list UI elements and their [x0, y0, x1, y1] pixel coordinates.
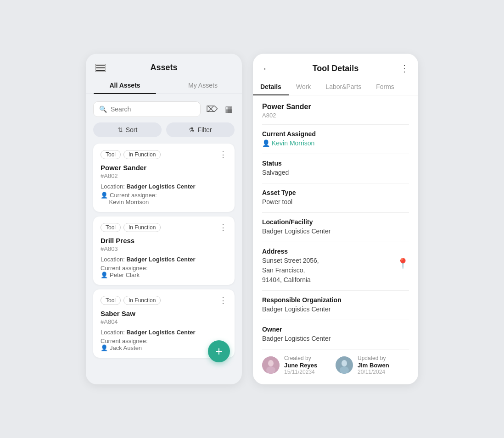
current-assigned-label: Current Assigned — [262, 130, 409, 138]
assets-panel: Assets All Assets My Assets 🔍 ⌦ ▦ ⇅ Sort… — [86, 54, 242, 384]
card-more-0[interactable]: ⋮ — [219, 150, 227, 159]
barcode-icon[interactable]: ⌦ — [204, 102, 219, 116]
tab-work[interactable]: Work — [289, 78, 318, 95]
updated-by-info: Updated by Jim Bowen 20/11/2024 — [358, 355, 389, 375]
asset-id-0: #A802 — [101, 172, 227, 179]
card-more-1[interactable]: ⋮ — [219, 223, 227, 232]
status-field: Status Salvaged — [262, 160, 409, 177]
search-box: 🔍 — [93, 101, 201, 117]
card-more-2[interactable]: ⋮ — [219, 296, 227, 305]
search-input[interactable] — [111, 105, 195, 113]
detail-more-button[interactable]: ⋮ — [400, 63, 409, 74]
badge-tool-1: Tool — [101, 223, 121, 232]
filter-icon: ⚗ — [189, 126, 195, 133]
card-header-2: Tool In Function ⋮ — [101, 296, 227, 305]
avatar-jim — [336, 356, 353, 374]
responsible-org-field: Responsible Organization Badger Logistic… — [262, 296, 409, 314]
badge-function-0: In Function — [123, 150, 161, 159]
card-header-0: Tool In Function ⋮ — [101, 150, 227, 159]
detail-asset-id: A802 — [262, 112, 409, 119]
asset-name-0: Power Sander — [101, 164, 227, 172]
address-label: Address — [262, 248, 409, 255]
add-asset-fab[interactable]: + — [208, 340, 230, 362]
back-button[interactable]: ← — [262, 63, 271, 74]
person-icon-assigned: 👤 — [262, 139, 270, 148]
tab-labor-parts[interactable]: Labor&Parts — [318, 78, 369, 95]
sort-button[interactable]: ⇅ Sort — [93, 122, 162, 137]
asset-assignee-label-2: Current assignee: — [101, 338, 227, 344]
badge-row-2: Tool In Function — [101, 296, 161, 305]
address-row: Sunset Street 2056,San Francisco,91404, … — [262, 256, 409, 285]
asset-card-0[interactable]: Tool In Function ⋮ Power Sander #A802 Lo… — [93, 144, 235, 212]
right-header: ← Tool Details ⋮ — [253, 54, 418, 78]
sort-icon: ⇅ — [118, 126, 123, 133]
responsible-org-value: Badger Logistics Center — [262, 305, 409, 314]
filter-button[interactable]: ⚗ Filter — [166, 122, 235, 137]
tab-forms[interactable]: Forms — [369, 78, 402, 95]
person-icon-0: 👤 — [101, 192, 108, 199]
updated-by-role: Updated by — [358, 355, 389, 361]
detail-panel: ← Tool Details ⋮ Details Work Labor&Part… — [253, 54, 418, 384]
tab-my-assets[interactable]: My Assets — [164, 77, 242, 94]
assets-title: Assets — [150, 63, 177, 72]
badge-tool-0: Tool — [101, 150, 121, 159]
asset-location-2: Location: Badger Logistics Center — [101, 329, 227, 336]
detail-tabs: Details Work Labor&Parts Forms — [253, 78, 418, 95]
asset-location-0: Location: Badger Logistics Center — [101, 183, 227, 190]
asset-assignee-1: 👤 Peter Clark — [101, 272, 227, 278]
owner-label: Owner — [262, 326, 409, 333]
asset-type-field: Asset Type Power tool — [262, 189, 409, 207]
created-by-info: Created by June Reyes 15/11/20234 — [284, 355, 317, 375]
location-field: Location/Facility Badger Logistics Cente… — [262, 218, 409, 236]
menu-icon[interactable] — [95, 64, 106, 72]
filter-row: ⇅ Sort ⚗ Filter — [86, 122, 242, 144]
asset-assignee-0: 👤 Current assignee: — [101, 192, 227, 199]
assets-list: Tool In Function ⋮ Power Sander #A802 Lo… — [86, 144, 242, 358]
qr-icon[interactable]: ▦ — [223, 102, 235, 116]
person-icon-2: 👤 — [101, 344, 108, 351]
sort-label: Sort — [126, 126, 138, 133]
badge-row-1: Tool In Function — [101, 223, 161, 232]
avatar-june — [262, 356, 280, 374]
asset-assignee-name-0: Kevin Morrison — [101, 199, 227, 205]
asset-type-label: Asset Type — [262, 189, 409, 196]
left-header: Assets — [86, 54, 242, 77]
created-by-date: 15/11/20234 — [284, 369, 317, 375]
assets-tabs: All Assets My Assets — [86, 77, 242, 94]
search-icon: 🔍 — [99, 105, 107, 113]
filter-label: Filter — [197, 126, 212, 133]
asset-name-1: Drill Press — [101, 237, 227, 244]
svg-point-4 — [342, 360, 347, 366]
asset-assignee-label-1: Current assignee: — [101, 265, 227, 272]
created-by-block: Created by June Reyes 15/11/20234 — [262, 355, 336, 375]
asset-id-2: #A804 — [101, 318, 227, 325]
svg-point-1 — [268, 360, 274, 366]
search-row: 🔍 ⌦ ▦ — [86, 101, 242, 122]
asset-id-1: #A803 — [101, 245, 227, 252]
svg-point-2 — [266, 366, 275, 374]
owner-field: Owner Badger Logistics Center — [262, 326, 409, 344]
updated-by-date: 20/11/2024 — [358, 369, 389, 375]
badge-row-0: Tool In Function — [101, 150, 161, 159]
created-by-role: Created by — [284, 355, 317, 361]
person-icon-1: 👤 — [101, 272, 108, 278]
tab-details[interactable]: Details — [253, 78, 289, 95]
asset-card-2[interactable]: Tool In Function ⋮ Saber Saw #A804 Locat… — [93, 289, 235, 358]
asset-name-2: Saber Saw — [101, 310, 227, 317]
detail-asset-name: Power Sander — [262, 103, 409, 111]
tab-all-assets[interactable]: All Assets — [86, 77, 164, 94]
asset-card-1[interactable]: Tool In Function ⋮ Drill Press #A803 Loc… — [93, 216, 235, 285]
address-field: Address Sunset Street 2056,San Francisco… — [262, 248, 409, 285]
asset-type-value: Power tool — [262, 197, 409, 207]
location-label: Location/Facility — [262, 218, 409, 226]
badge-tool-2: Tool — [101, 296, 121, 305]
asset-location-1: Location: Badger Logistics Center — [101, 256, 227, 263]
updated-by-block: Updated by Jim Bowen 20/11/2024 — [336, 355, 409, 375]
created-by-name: June Reyes — [284, 362, 317, 369]
current-assigned-field: Current Assigned 👤 Kevin Morrison — [262, 130, 409, 148]
creators-row: Created by June Reyes 15/11/20234 — [262, 355, 409, 375]
detail-content: Power Sander A802 Current Assigned 👤 Kev… — [253, 95, 418, 375]
asset-heading: Power Sander A802 — [262, 103, 409, 119]
badge-function-2: In Function — [123, 296, 161, 305]
status-value: Salvaged — [262, 168, 409, 177]
